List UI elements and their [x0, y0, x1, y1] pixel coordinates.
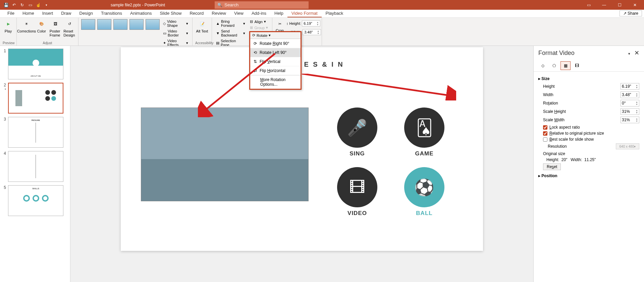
lock-aspect-checkbox[interactable] [543, 125, 547, 130]
qat-more-icon[interactable]: ▾ [44, 2, 49, 8]
pane-close-icon[interactable]: ✕ [634, 50, 639, 56]
rotate-left-90-item[interactable]: ⟲Rotate Left 90° [250, 48, 301, 57]
flip-horizontal-item[interactable]: ⇄Flip Horizontal [250, 66, 301, 75]
height-prop-label: Height [543, 84, 621, 89]
play-button[interactable]: ▶Play [3, 19, 14, 33]
touch-icon[interactable]: ☝ [36, 2, 41, 8]
pane-dropdown-icon[interactable]: ▾ [628, 52, 630, 56]
height-icon: ↕ [286, 21, 288, 25]
save-icon[interactable]: 💾 [3, 2, 9, 8]
thumb-number: 5 [0, 185, 8, 216]
brightness-icon: ☀ [22, 19, 31, 28]
tab-file[interactable]: File [3, 10, 18, 17]
best-scale-label: Best scale for slide show [549, 137, 594, 142]
thumb-number: 1 [0, 49, 8, 79]
original-size-label: Original size [543, 151, 639, 156]
video-style-thumb[interactable] [129, 19, 144, 30]
bring-forward-button[interactable]: ▲Bring Forward ▾ [215, 19, 247, 28]
best-scale-checkbox[interactable] [543, 137, 547, 142]
close-icon[interactable]: ✕ [630, 0, 640, 10]
more-rotation-item[interactable]: More Rotation Options... [250, 75, 301, 89]
tab-animations[interactable]: Animations [126, 10, 156, 17]
width-prop-label: Width [543, 92, 621, 97]
hobby-label: SING [350, 150, 365, 157]
tab-review[interactable]: Review [208, 10, 230, 17]
reset-button[interactable]: Reset [543, 163, 561, 170]
share-button[interactable]: ↗ Share [620, 10, 642, 16]
poster-frame-button[interactable]: 🖼Poster Frame [50, 19, 62, 37]
tab-home[interactable]: Home [18, 10, 38, 17]
video-tab[interactable]: 🎞 [572, 61, 582, 70]
height-spinner[interactable]: 6.19"▲▼ [621, 83, 639, 90]
slide-thumbnail-2[interactable] [8, 83, 63, 114]
position-section-header[interactable]: ▸ Position [538, 173, 639, 178]
game-icon: 🂡 [404, 108, 444, 148]
hobby-label: GAME [415, 150, 434, 157]
video-placeholder[interactable] [141, 108, 309, 201]
video-border-button[interactable]: ▭Video Border ▾ [162, 29, 190, 38]
redo-icon[interactable]: ↻ [19, 2, 25, 8]
width-input[interactable]: 3.48"▲▼ [303, 29, 321, 35]
tab-slideshow[interactable]: Slide Show [156, 10, 185, 17]
height-label: Height: [289, 21, 301, 25]
slide-editor[interactable]: H O B B I E S & I N 🎤SING 🂡GAME 🎞VIDEO ⚽… [70, 46, 533, 282]
rotate-button[interactable]: ⟳Rotate ▾ [250, 32, 301, 39]
color-button[interactable]: 🎨Color [36, 19, 48, 33]
send-backward-button[interactable]: ▼Send Backward ▾ [215, 29, 247, 38]
corrections-button[interactable]: ☀Corrections [19, 19, 34, 33]
tab-record[interactable]: Record [185, 10, 208, 17]
video-style-thumb[interactable] [146, 19, 160, 30]
rotate-right-icon: ⟳ [254, 41, 257, 46]
height-input[interactable]: 6.19"▲▼ [302, 20, 320, 26]
slide-canvas[interactable]: H O B B I E S & I N 🎤SING 🂡GAME 🎞VIDEO ⚽… [121, 47, 483, 251]
backward-icon: ▼ [216, 31, 220, 35]
slide-thumbnail-4[interactable] [8, 151, 63, 182]
align-button[interactable]: ⊟Align ▾ [249, 19, 269, 24]
tab-help[interactable]: Help [270, 10, 287, 17]
alt-text-button[interactable]: 📝Alt Text [195, 19, 209, 33]
size-section-header[interactable]: ▸ Size [538, 76, 639, 81]
fill-tab[interactable]: ◇ [538, 61, 548, 70]
rotation-spinner[interactable]: 0°▲▼ [621, 100, 639, 107]
video-style-thumb[interactable] [81, 19, 95, 30]
search-input[interactable] [224, 2, 306, 7]
video-style-thumb[interactable] [97, 19, 111, 30]
slide-thumbnail-5[interactable]: SKILLS [8, 185, 63, 216]
slide-thumbnail-3[interactable]: RESUME [8, 117, 63, 148]
reset-icon: ↺ [65, 19, 74, 28]
undo-icon[interactable]: ↶ [11, 2, 17, 8]
scale-width-spinner[interactable]: 31%▲▼ [621, 117, 639, 123]
tab-insert[interactable]: Insert [38, 10, 57, 17]
tab-playback[interactable]: Playback [322, 10, 347, 17]
rotate-icon: ⟳ [252, 33, 255, 38]
tab-design[interactable]: Design [75, 10, 97, 17]
effects-tab[interactable]: ⬠ [549, 61, 559, 70]
video-shape-button[interactable]: ◇Video Shape ▾ [162, 19, 190, 28]
hobby-label: VIDEO [347, 210, 367, 217]
rotate-right-90-item[interactable]: ⟳Rotate Right 90° [250, 39, 301, 48]
slide-thumbnail-1[interactable]: ABOUT ME [8, 49, 63, 79]
tab-addins[interactable]: Add-ins [248, 10, 270, 17]
hobby-label: BALL [416, 210, 432, 217]
width-spinner[interactable]: 3.48"▲▼ [621, 91, 639, 98]
tab-draw[interactable]: Draw [57, 10, 75, 17]
presentation-icon[interactable]: ▭ [28, 2, 33, 8]
align-icon: ⊟ [250, 19, 253, 24]
group-button[interactable]: ⊞Group ▾ [249, 25, 269, 30]
scale-height-spinner[interactable]: 31%▲▼ [621, 108, 639, 115]
document-title: sample file2.pptx - PowerPoint [111, 3, 165, 7]
reset-design-button[interactable]: ↺Reset Design [63, 19, 75, 37]
ribbon-options-icon[interactable]: ▭ [584, 0, 594, 10]
tab-transitions[interactable]: Transitions [97, 10, 126, 17]
relative-size-checkbox[interactable] [543, 131, 547, 136]
tab-view[interactable]: View [230, 10, 248, 17]
flip-vertical-item[interactable]: ⇅Flip Vertical [250, 57, 301, 66]
minimize-icon[interactable]: — [599, 0, 609, 10]
maximize-icon[interactable]: ☐ [614, 0, 625, 10]
tab-video-format[interactable]: Video Format [287, 10, 322, 17]
crop-button[interactable]: ✂Crop [275, 19, 284, 32]
size-properties-tab[interactable]: ▦ [560, 61, 571, 70]
video-style-thumb[interactable] [113, 19, 127, 30]
shape-icon: ◇ [163, 21, 166, 26]
video-styles-gallery[interactable] [81, 19, 160, 30]
